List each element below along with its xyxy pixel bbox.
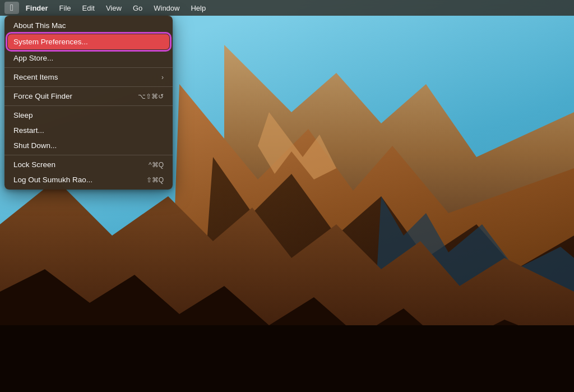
menu-item-system-prefs-label: System Preferences... (13, 38, 164, 46)
menu-item-restart[interactable]: Restart... (4, 123, 173, 138)
separator-4 (4, 155, 173, 155)
menu-item-sleep[interactable]: Sleep (4, 108, 173, 123)
apple-dropdown-menu: About This Mac System Preferences... App… (4, 16, 173, 190)
separator-3 (4, 105, 173, 106)
menu-item-sleep-label: Sleep (13, 111, 164, 119)
menubar-edit[interactable]: Edit (78, 3, 99, 13)
menu-item-shutdown[interactable]: Shut Down... (4, 138, 173, 153)
separator-1 (4, 67, 173, 68)
recent-items-arrow-icon: › (161, 73, 164, 81)
menu-item-force-quit-label: Force Quit Finder (13, 92, 129, 100)
menu-item-lock-screen-shortcut: ^⌘Q (149, 161, 164, 169)
separator-2 (4, 86, 173, 87)
menu-item-logout[interactable]: Log Out Sumukh Rao... ⇧⌘Q (4, 172, 173, 187)
menu-item-app-store-label: App Store... (13, 54, 164, 62)
menu-item-about[interactable]: About This Mac (4, 18, 173, 33)
menubar-view[interactable]: View (101, 3, 126, 13)
menubar-file[interactable]: File (55, 3, 76, 13)
menubar:  Finder File Edit View Go Window Help (0, 0, 574, 16)
menu-item-about-label: About This Mac (13, 21, 164, 30)
menu-item-shutdown-label: Shut Down... (13, 141, 164, 150)
menu-item-logout-shortcut: ⇧⌘Q (146, 176, 164, 184)
menu-item-lock-screen-label: Lock Screen (13, 160, 140, 169)
apple-menu-button[interactable]:  (4, 2, 19, 14)
apple-icon:  (10, 3, 13, 12)
menu-item-lock-screen[interactable]: Lock Screen ^⌘Q (4, 157, 173, 172)
menu-item-restart-label: Restart... (13, 126, 164, 135)
menubar-left:  Finder File Edit View Go Window Help (4, 2, 210, 14)
menubar-finder[interactable]: Finder (21, 3, 53, 13)
menu-item-force-quit-shortcut: ⌥⇧⌘↺ (138, 93, 164, 100)
menubar-help[interactable]: Help (186, 3, 210, 13)
menu-item-system-prefs[interactable]: System Preferences... (8, 34, 169, 49)
menu-item-app-store[interactable]: App Store... (4, 50, 173, 66)
menubar-go[interactable]: Go (128, 3, 147, 13)
menu-item-force-quit[interactable]: Force Quit Finder ⌥⇧⌘↺ (4, 89, 173, 104)
menu-item-logout-label: Log Out Sumukh Rao... (13, 176, 137, 184)
menubar-window[interactable]: Window (149, 3, 184, 13)
menu-item-recent-items-label: Recent Items (13, 73, 152, 81)
menu-item-recent-items[interactable]: Recent Items › (4, 70, 173, 85)
